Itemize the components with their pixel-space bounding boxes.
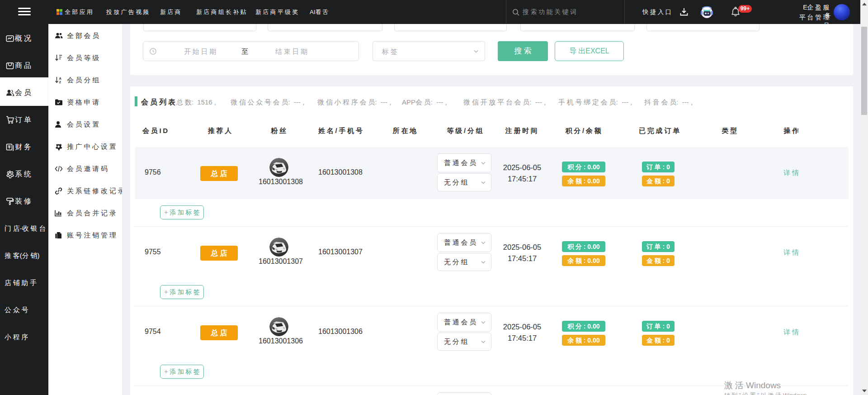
- svg-text:Z: Z: [59, 80, 61, 84]
